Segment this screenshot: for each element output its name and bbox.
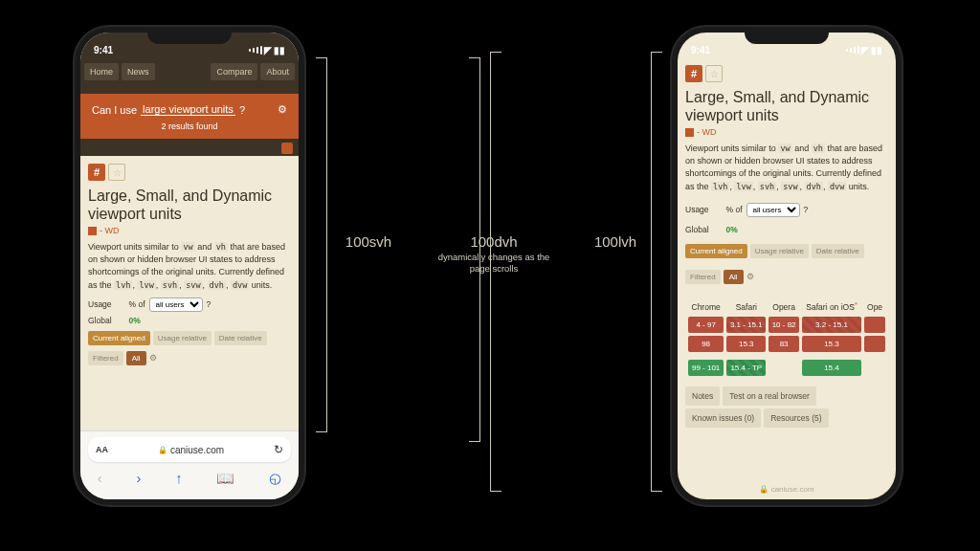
chip-date-rel[interactable]: Date relative <box>812 244 864 258</box>
search-input[interactable]: large viewport units <box>141 103 235 116</box>
label-svh: 100svh <box>335 233 402 250</box>
nav-home[interactable]: Home <box>84 63 119 80</box>
global-label: Global <box>685 225 709 234</box>
star-icon[interactable]: ☆ <box>705 65 723 82</box>
reload-icon[interactable]: ↻ <box>274 443 283 456</box>
safari-chrome: AA 🔒caniuse.com ↻ ‹ › ↑ 📖 ◵ <box>80 430 299 499</box>
feature-desc: Viewport units similar to vw and vh that… <box>88 241 291 291</box>
gear-icon[interactable]: ⚙ <box>278 103 287 116</box>
support-table: Chrome Safari Opera Safari on iOS* Ope 4… <box>685 298 888 379</box>
usage-select[interactable]: all users <box>746 203 800 217</box>
lock-icon: 🔒 <box>158 446 167 454</box>
usage-row: Usage % of all users ? <box>88 298 291 312</box>
chip-current[interactable]: Current aligned <box>685 244 747 258</box>
chip-usage-rel[interactable]: Usage relative <box>750 244 809 258</box>
support-head: Chrome Safari Opera Safari on iOS* Ope <box>688 300 885 314</box>
bracket-lvh <box>651 52 662 492</box>
nav-about[interactable]: About <box>260 63 295 80</box>
nav-news[interactable]: News <box>122 63 155 80</box>
address-bar[interactable]: AA 🔒caniuse.com ↻ <box>88 437 291 462</box>
status-time: 9:41 <box>691 45 710 55</box>
back-icon[interactable]: ‹ <box>98 470 102 486</box>
support-row: 98 15.3 83 15.3 <box>688 336 885 352</box>
chip-usage-rel[interactable]: Usage relative <box>153 331 212 345</box>
mini-address[interactable]: 🔒 caniuse.com <box>678 485 896 494</box>
support-row: 99 - 101 15.4 - TP 15.4 <box>688 360 885 376</box>
wifi-icon: ◤ <box>861 45 869 55</box>
label-lvh: 100lvh <box>582 233 649 250</box>
bookmark-icon[interactable]: 📖 <box>216 470 234 487</box>
search-suffix: ? <box>239 104 245 116</box>
support-row: 4 - 97 3.1 - 15.1 10 - 82 3.2 - 15.1 <box>688 317 885 333</box>
tab-notes[interactable]: Notes <box>685 386 720 406</box>
chip-filtered[interactable]: Filtered <box>88 351 123 365</box>
share-icon[interactable]: ↑ <box>175 470 183 486</box>
tab-test[interactable]: Test on a real browser <box>723 386 816 406</box>
alignment-chips: Current aligned Usage relative Date rela… <box>88 331 291 345</box>
status-time: 9:41 <box>94 45 113 55</box>
domain-label: caniuse.com <box>170 445 224 455</box>
feature-title: Large, Small, and Dynamic viewport units <box>685 88 888 124</box>
feature-card: # ☆ Large, Small, and Dynamic viewport u… <box>678 33 896 499</box>
spec-status: - WD <box>88 226 291 235</box>
sub-strip <box>80 139 299 156</box>
results-count: 2 results found <box>161 121 217 131</box>
battery-icon: ▮▮ <box>274 45 285 55</box>
label-dvh: 100dvh dynamically changes as the page s… <box>436 233 551 276</box>
chip-date-rel[interactable]: Date relative <box>214 331 267 345</box>
feature-desc: Viewport units similar to vw and vh that… <box>685 143 888 192</box>
tab-known[interactable]: Known issues (0) <box>685 408 761 428</box>
usage-row: Usage % of all users ? <box>685 203 888 217</box>
spec-icon <box>88 227 97 235</box>
footer-tabs: Notes Test on a real browser Known issue… <box>685 386 888 428</box>
search-prefix: Can I use <box>92 104 137 116</box>
notch <box>147 27 232 44</box>
chip-filtered[interactable]: Filtered <box>685 270 721 284</box>
gear-icon[interactable]: ⚙ <box>746 272 754 281</box>
text-size-button[interactable]: AA <box>96 445 108 454</box>
tabs-icon[interactable]: ◵ <box>269 470 281 487</box>
bracket-svh <box>316 57 327 432</box>
search-panel: Can I use large viewport units ? ⚙ 2 res… <box>80 94 299 139</box>
spec-icon <box>685 128 694 137</box>
global-pct: 0% <box>726 225 738 234</box>
feature-card: # ☆ Large, Small, and Dynamic viewport u… <box>80 156 299 379</box>
usage-select[interactable]: all users <box>149 298 203 312</box>
global-label: Global <box>88 316 112 325</box>
lock-icon: 🔒 <box>759 485 768 494</box>
hash-icon[interactable]: # <box>88 164 105 181</box>
chip-all[interactable]: All <box>126 351 146 365</box>
chip-current[interactable]: Current aligned <box>88 331 150 345</box>
spec-status: - WD <box>685 127 888 137</box>
notch <box>745 27 829 44</box>
phone-left: 9:41 ◤ ▮▮ Home News Compare About Can I … <box>75 27 304 505</box>
status-right-icons: ◤ ▮▮ <box>249 45 285 55</box>
tab-resources[interactable]: Resources (5) <box>764 408 828 428</box>
status-right-icons: ◤ ▮▮ <box>846 45 882 55</box>
safari-toolbar: ‹ › ↑ 📖 ◵ <box>80 462 299 499</box>
forward-icon[interactable]: › <box>137 470 142 486</box>
star-icon[interactable]: ☆ <box>108 164 125 181</box>
phone-left-screen: 9:41 ◤ ▮▮ Home News Compare About Can I … <box>80 33 299 499</box>
nav-compare[interactable]: Compare <box>211 63 257 80</box>
gear-icon[interactable]: ⚙ <box>149 353 157 363</box>
chip-all[interactable]: All <box>724 270 744 284</box>
hash-icon[interactable]: # <box>685 65 702 82</box>
phone-right: 9:41 ◤ ▮▮ # ☆ Large, Small, and Dynamic … <box>672 27 902 505</box>
phone-right-screen: 9:41 ◤ ▮▮ # ☆ Large, Small, and Dynamic … <box>678 33 896 499</box>
battery-icon: ▮▮ <box>871 45 882 55</box>
global-pct: 0% <box>129 316 141 325</box>
filter-icon[interactable] <box>281 143 293 154</box>
alignment-chips: Current aligned Usage relative Date rela… <box>685 244 888 258</box>
feature-title: Large, Small, and Dynamic viewport units <box>88 187 291 223</box>
wifi-icon: ◤ <box>264 45 272 55</box>
